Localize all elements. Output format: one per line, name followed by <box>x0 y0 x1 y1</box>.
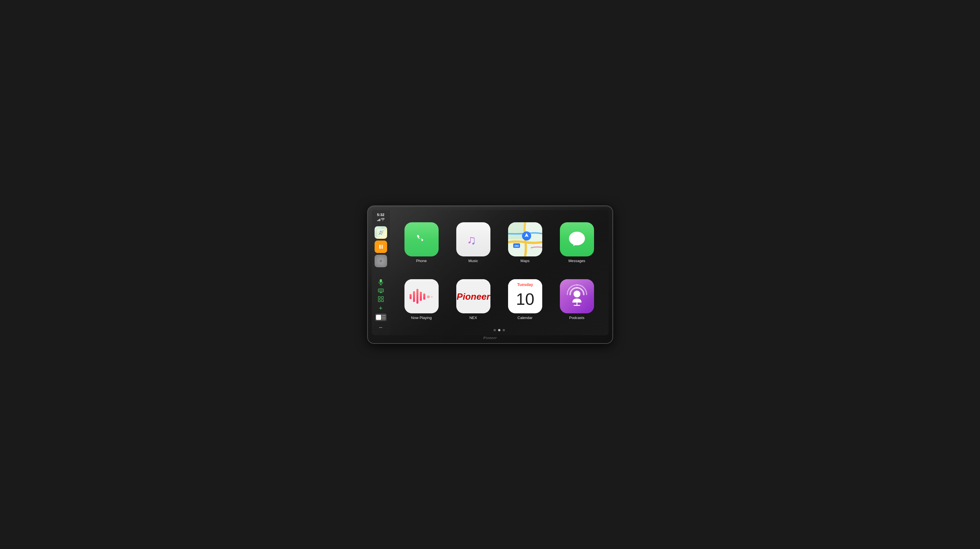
sidebar-controls: + − <box>375 279 387 333</box>
maps-label: Maps <box>520 259 530 263</box>
svg-rect-24 <box>379 290 383 291</box>
svg-rect-30 <box>378 300 380 302</box>
svg-text:10: 10 <box>516 290 534 308</box>
settings-mini-icon <box>375 255 387 267</box>
app-nowplaying[interactable]: Now Playing <box>398 273 445 327</box>
signal-bars <box>377 218 380 221</box>
sidebar-app-settings[interactable] <box>375 255 387 267</box>
view-toggle-square <box>376 315 381 320</box>
pagination-dot-3[interactable] <box>503 329 505 331</box>
view-toggle-line <box>382 317 386 318</box>
svg-rect-31 <box>382 300 383 302</box>
svg-rect-14 <box>378 261 379 261</box>
svg-rect-13 <box>380 263 381 263</box>
svg-text:280: 280 <box>514 245 519 247</box>
svg-rect-7 <box>379 245 379 249</box>
svg-rect-40 <box>410 294 412 299</box>
svg-rect-44 <box>423 293 425 300</box>
svg-rect-43 <box>420 292 422 301</box>
signal-bar-2 <box>378 220 379 221</box>
svg-text:Pioneer: Pioneer <box>457 291 490 302</box>
app-calendar[interactable]: Tuesday 10 Calendar <box>502 273 548 327</box>
pagination <box>398 327 600 333</box>
messages-icon <box>560 222 594 256</box>
app-maps[interactable]: 280 Maps <box>502 216 548 270</box>
svg-rect-41 <box>413 291 415 302</box>
svg-text:Tuesday: Tuesday <box>517 282 533 287</box>
nowplaying-label: Now Playing <box>411 316 431 320</box>
svg-rect-4 <box>377 243 385 250</box>
svg-rect-15 <box>382 261 383 261</box>
svg-point-46 <box>431 296 433 298</box>
svg-point-54 <box>574 291 581 298</box>
main-screen: Phone <box>390 210 609 335</box>
sidebar: 5:32 <box>372 210 390 335</box>
add-button[interactable]: + <box>379 305 383 311</box>
messages-label: Messages <box>568 259 585 263</box>
mic-button[interactable] <box>378 279 383 286</box>
sidebar-app-books[interactable] <box>375 240 387 253</box>
view-toggle-lines <box>382 315 386 319</box>
svg-text:Pioneer: Pioneer <box>483 336 497 340</box>
signal-bar-1 <box>377 220 378 221</box>
nex-icon: Pioneer <box>456 279 490 313</box>
svg-rect-12 <box>380 259 381 259</box>
carplay-button[interactable] <box>378 288 384 294</box>
device: 5:32 <box>368 206 612 343</box>
phone-label: Phone <box>416 259 427 263</box>
app-nex[interactable]: Pioneer NEX <box>450 273 496 327</box>
grid-button[interactable] <box>378 296 384 303</box>
podcasts-icon <box>560 279 594 313</box>
svg-rect-34 <box>508 222 524 239</box>
sidebar-app-maps[interactable]: 280 <box>375 226 387 239</box>
svg-rect-28 <box>378 296 380 299</box>
wifi-icon <box>381 218 385 221</box>
books-mini-icon <box>375 240 387 253</box>
svg-text:♫: ♫ <box>467 233 476 247</box>
nowplaying-icon <box>404 279 439 313</box>
calendar-label: Calendar <box>517 316 533 320</box>
calendar-icon: Tuesday 10 <box>508 279 542 313</box>
app-grid: Phone <box>398 216 600 327</box>
music-icon: ♫ <box>456 222 490 256</box>
nex-label: NEX <box>469 316 477 320</box>
clock: 5:32 <box>377 213 384 217</box>
svg-rect-8 <box>381 245 381 249</box>
view-toggle-line <box>382 315 386 316</box>
signal-bar-4 <box>380 219 380 221</box>
pioneer-brand-label: Pioneer <box>479 335 501 341</box>
svg-rect-42 <box>417 289 418 304</box>
status-icons <box>377 218 385 221</box>
app-podcasts[interactable]: Podcasts <box>554 273 600 327</box>
view-toggle-button[interactable] <box>375 313 387 321</box>
signal-bar-3 <box>379 219 379 221</box>
maps-icon: 280 <box>508 222 542 256</box>
svg-rect-20 <box>380 279 382 283</box>
svg-point-45 <box>427 295 430 298</box>
view-toggle-line <box>382 318 386 319</box>
remove-button[interactable]: − <box>379 325 383 331</box>
svg-rect-29 <box>382 296 383 299</box>
maps-mini-icon: 280 <box>375 226 387 239</box>
status-bar: 5:32 <box>377 213 384 224</box>
music-label: Music <box>469 259 478 263</box>
phone-icon <box>404 222 439 256</box>
pagination-dot-2[interactable] <box>498 329 500 331</box>
svg-text:280: 280 <box>379 233 380 234</box>
app-music[interactable]: ♫ Music <box>450 216 496 270</box>
svg-point-11 <box>380 260 382 261</box>
podcasts-label: Podcasts <box>569 316 584 320</box>
pagination-dot-1[interactable] <box>493 329 496 331</box>
device-screen: 5:32 <box>372 210 609 335</box>
app-phone[interactable]: Phone <box>398 216 445 270</box>
app-messages[interactable]: Messages <box>554 216 600 270</box>
